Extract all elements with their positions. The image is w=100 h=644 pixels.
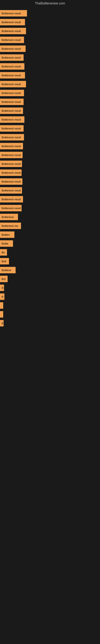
bar-row: Bottleneck result	[0, 142, 100, 150]
bar-row: Bott	[0, 257, 100, 266]
bottleneck-bar[interactable]: Bottleneck	[0, 214, 18, 220]
bar-row: Bottleneck result	[0, 150, 100, 160]
bar-row: Bottleneck result	[0, 71, 100, 80]
bottleneck-bar[interactable]	[0, 302, 3, 309]
bottleneck-bar[interactable]: Bottleneck res	[0, 222, 21, 229]
bottleneck-bar[interactable]: Bottleneck result	[0, 143, 23, 149]
bar-row: Bottleneck result	[0, 62, 100, 71]
bar-row: Bottleneck result	[0, 177, 100, 186]
bar-row: B	[0, 292, 100, 301]
bottleneck-bar[interactable]: Bottleneck result	[0, 10, 27, 16]
bottleneck-bar[interactable]: Bottleneck result	[0, 108, 23, 114]
bottleneck-bar[interactable]: Bottlen	[0, 232, 14, 238]
bottleneck-bar[interactable]	[0, 311, 3, 318]
bar-row: Bottleneck result	[0, 53, 100, 62]
bottleneck-bar[interactable]: Bot	[0, 276, 8, 282]
bottleneck-bar[interactable]: Bottleneck result	[0, 187, 22, 194]
bottleneck-bar[interactable]: Bott	[0, 258, 9, 264]
bottleneck-bar[interactable]: Bottleneck result	[0, 46, 26, 52]
site-title: TheBottlenecker.com	[0, 0, 100, 7]
bar-row: Bottleneck result	[0, 115, 100, 124]
bar-row: Bottleneck result	[0, 44, 100, 53]
bar-row: Bot	[0, 274, 100, 283]
bottleneck-bar[interactable]: Bottleneck result	[0, 205, 22, 211]
bottleneck-bar[interactable]: Bottleneck result	[0, 98, 24, 105]
bar-row: Bottleneck res	[0, 222, 100, 230]
bar-row: Bottleneck result	[0, 204, 100, 212]
bottleneck-bar[interactable]: Bottleneck result	[0, 125, 24, 132]
bottleneck-bar[interactable]: Bottleneck result	[0, 134, 24, 140]
bar-row: Bottleneck result	[0, 133, 100, 142]
bar-row: Bottleneck result	[0, 168, 100, 177]
bottleneck-bar[interactable]: Bottleneck result	[0, 178, 22, 185]
bar-row: Bottleneck result	[0, 106, 100, 115]
bottleneck-bar[interactable]: Bottleneck result	[0, 28, 26, 34]
bar-row	[0, 310, 100, 319]
bar-row: Bottleneck result	[0, 26, 100, 36]
title-text: TheBottlenecker.com	[35, 2, 65, 5]
bottleneck-bar[interactable]: Bottleneck result	[0, 63, 24, 70]
bar-row: Bottleneck	[0, 212, 100, 222]
bar-row: B	[0, 319, 100, 328]
bottleneck-bar[interactable]: Bottle	[0, 240, 13, 247]
bar-row: Bottleneck result	[0, 18, 100, 26]
bottleneck-bar[interactable]: B	[0, 320, 3, 326]
bar-row: Bottleneck result	[0, 186, 100, 195]
bottleneck-bar[interactable]: Bottleneck result	[0, 116, 24, 123]
bars-container: Bottleneck resultBottleneck resultBottle…	[0, 7, 100, 330]
bottleneck-bar[interactable]: Bottleneck result	[0, 152, 23, 158]
bottleneck-bar[interactable]: Bottleneck result	[0, 90, 24, 96]
bottleneck-bar[interactable]: Bottleneck result	[0, 196, 23, 202]
bar-row: Bo	[0, 248, 100, 257]
bar-row: Bottleneck result	[0, 36, 100, 44]
bar-row: B	[0, 283, 100, 292]
bottleneck-bar[interactable]: Bottleneck result	[0, 54, 24, 61]
bar-row: Bottleneck result	[0, 160, 100, 168]
bar-row: Bottlen	[0, 230, 100, 239]
bar-row: Bottleneck result	[0, 98, 100, 106]
bar-row	[0, 301, 100, 310]
bar-row: Bottleneck result	[0, 80, 100, 88]
bottleneck-bar[interactable]: Bottleneck result	[0, 72, 25, 78]
bar-row: Bottleneck result	[0, 88, 100, 98]
bar-row: Bottleneck result	[0, 9, 100, 18]
bottleneck-bar[interactable]: Bottleneck result	[0, 81, 26, 87]
bottleneck-bar[interactable]: B	[0, 294, 4, 300]
bottleneck-bar[interactable]: Bottlene	[0, 267, 16, 273]
bottleneck-bar[interactable]: Bottleneck result	[0, 37, 24, 43]
bar-row: Bottleneck result	[0, 124, 100, 133]
bottleneck-bar[interactable]: Bottleneck result	[0, 160, 22, 167]
bar-row: Bottlene	[0, 266, 100, 274]
bottleneck-bar[interactable]: Bottleneck result	[0, 170, 22, 176]
bottleneck-bar[interactable]: Bottleneck result	[0, 19, 25, 25]
bottleneck-bar[interactable]: Bo	[0, 249, 7, 256]
bar-row: Bottleneck result	[0, 195, 100, 204]
bottleneck-bar[interactable]: B	[0, 284, 4, 291]
bar-row: Bottle	[0, 239, 100, 248]
